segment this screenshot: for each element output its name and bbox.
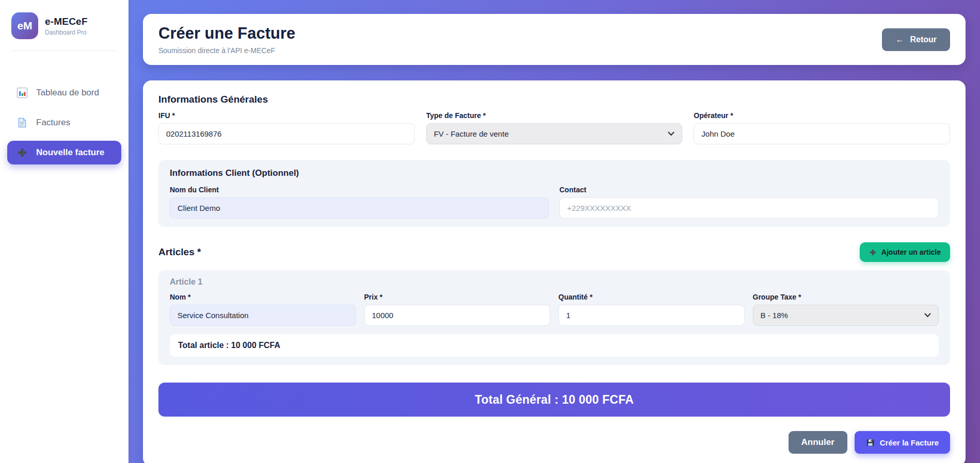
arrow-left-icon: ← [895, 35, 904, 44]
operator-label: Opérateur * [694, 111, 950, 120]
sidebar-divider [11, 51, 117, 51]
chevron-down-icon [924, 313, 931, 318]
invoice-type-value: FV - Facture de vente [434, 129, 509, 138]
tax-group-label: Groupe Taxe * [753, 293, 939, 301]
save-icon [866, 438, 875, 447]
quantity-input[interactable] [558, 305, 745, 326]
ifu-input[interactable] [158, 123, 415, 144]
brand-subtitle: Dashboard Pro [45, 29, 88, 36]
app-logo: eM [11, 12, 38, 39]
add-article-label: Ajouter un article [881, 248, 941, 256]
price-label: Prix * [364, 293, 551, 301]
plus-icon [17, 147, 28, 158]
article-total: Total article : 10 000 FCFA [170, 334, 939, 357]
sidebar-item-label: Nouvelle facture [36, 147, 104, 158]
back-button[interactable]: ← Retour [882, 28, 950, 51]
price-input[interactable] [364, 305, 551, 326]
ifu-label: IFU * [158, 111, 415, 120]
article-name-input[interactable] [170, 305, 356, 326]
client-section-heading: Informations Client (Optionnel) [170, 168, 939, 178]
plus-icon [869, 249, 877, 256]
invoice-form-card: Informations Générales IFU * Type de Fac… [143, 80, 966, 463]
total-general-banner: Total Général : 10 000 FCFA [158, 383, 950, 417]
invoice-type-label: Type de Facture * [426, 111, 683, 120]
operator-input[interactable] [694, 123, 950, 144]
sidebar-menu: Tableau de bord Factures [0, 81, 128, 164]
brand: eM e-MECeF Dashboard Pro [0, 12, 128, 39]
brand-title: e-MECeF [45, 16, 88, 27]
quantity-label: Quantité * [558, 293, 745, 301]
sidebar-item-label: Tableau de bord [36, 88, 99, 98]
page-header-card: Créer une Facture Soumission directe à l… [143, 14, 966, 65]
sidebar-item-tableau-de-bord[interactable]: Tableau de bord [7, 81, 121, 105]
document-icon [17, 117, 28, 128]
app-window: eM e-MECeF Dashboard Pro Tableau de bord [0, 0, 980, 463]
article-title: Article 1 [170, 277, 939, 287]
sidebar-item-nouvelle-facture[interactable]: Nouvelle facture [7, 141, 121, 164]
tax-group-value: B - 18% [761, 311, 788, 320]
client-info-card: Informations Client (Optionnel) Nom du C… [158, 160, 950, 227]
articles-header-row: Articles * Ajouter un article [158, 242, 950, 262]
main-content: Créer une Facture Soumission directe à l… [128, 0, 980, 463]
sidebar-item-factures[interactable]: Factures [7, 111, 121, 135]
add-article-button[interactable]: Ajouter un article [860, 242, 950, 262]
article-name-label: Nom * [170, 293, 356, 301]
sidebar: eM e-MECeF Dashboard Pro Tableau de bord [0, 0, 128, 463]
back-button-label: Retour [910, 35, 937, 44]
articles-heading: Articles * [158, 246, 201, 258]
contact-label: Contact [559, 186, 939, 194]
total-general-text: Total Général : 10 000 FCFA [475, 393, 634, 407]
submit-button-label: Créer la Facture [880, 438, 939, 447]
cancel-button[interactable]: Annuler [789, 431, 847, 454]
tax-group-select[interactable]: B - 18% [753, 305, 939, 326]
contact-input[interactable] [559, 197, 939, 219]
form-actions: Annuler Créer la Facture [158, 431, 950, 454]
article-card: Article 1 Nom * Prix * Quantité * [158, 270, 950, 365]
bar-chart-icon [17, 87, 28, 98]
sidebar-item-label: Factures [36, 118, 70, 128]
client-name-label: Nom du Client [170, 186, 549, 194]
page-subtitle: Soumission directe à l'API e-MECeF [158, 46, 295, 55]
submit-button[interactable]: Créer la Facture [855, 431, 950, 454]
general-section-heading: Informations Générales [158, 94, 950, 105]
client-name-input[interactable] [170, 197, 549, 219]
chevron-down-icon [668, 131, 674, 136]
invoice-type-select[interactable]: FV - Facture de vente [426, 123, 683, 144]
general-fields-row: IFU * Type de Facture * FV - Facture de … [158, 111, 950, 144]
page-title: Créer une Facture [158, 24, 295, 43]
